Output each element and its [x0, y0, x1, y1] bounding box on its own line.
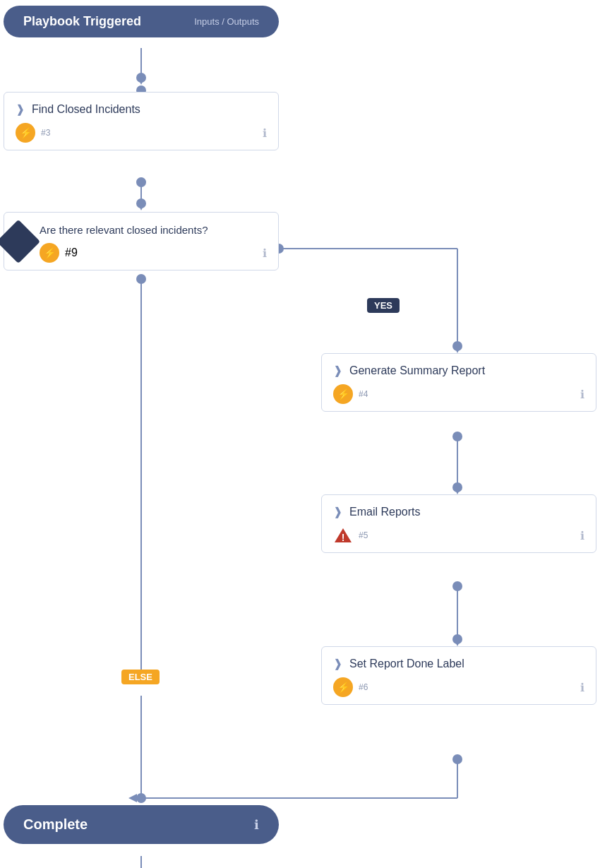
email-reports-title: Email Reports — [349, 506, 420, 518]
info-icon-complete[interactable]: ℹ — [254, 817, 259, 833]
svg-marker-3 — [137, 202, 145, 210]
svg-point-23 — [452, 634, 462, 644]
svg-point-28 — [136, 73, 146, 83]
chevron-icon-5: ❱ — [333, 657, 342, 670]
svg-point-17 — [136, 274, 146, 284]
svg-text:!: ! — [342, 532, 345, 543]
svg-point-30 — [136, 177, 146, 187]
svg-marker-13 — [128, 794, 137, 802]
info-icon-5[interactable]: ℹ — [580, 681, 584, 694]
set-report-done-node: ❱ Set Report Done Label ⚡ #6 ℹ — [321, 646, 596, 705]
svg-point-22 — [452, 581, 462, 591]
chevron-icon-4: ❱ — [333, 505, 342, 518]
svg-marker-8 — [453, 486, 462, 494]
condition-title: Are there relevant closed incidents? — [40, 224, 208, 236]
svg-point-20 — [452, 432, 462, 441]
task-id-5: #6 — [359, 682, 368, 692]
task-id-2: #9 — [65, 246, 78, 259]
else-badge: ELSE — [121, 670, 160, 684]
set-report-done-title: Set Report Done Label — [349, 658, 464, 670]
generate-summary-title: Generate Summary Report — [349, 364, 485, 377]
info-icon-3[interactable]: ℹ — [580, 388, 584, 401]
trigger-node: Playbook Triggered Inputs / Outputs — [4, 6, 279, 37]
inputs-outputs-link[interactable]: Inputs / Outputs — [194, 16, 259, 27]
svg-point-25 — [136, 793, 146, 803]
task-id-4: #5 — [359, 530, 368, 540]
svg-marker-6 — [453, 345, 462, 353]
warning-icon: ! — [333, 525, 353, 545]
svg-point-24 — [452, 754, 462, 764]
find-closed-node: ❱ Find Closed Incidents ⚡ #3 ℹ — [4, 92, 279, 150]
svg-marker-1 — [137, 76, 145, 85]
complete-title: Complete — [23, 816, 88, 833]
lightning-icon-2: ⚡ — [40, 243, 59, 263]
svg-point-19 — [452, 341, 462, 351]
lightning-icon-1: ⚡ — [16, 123, 35, 143]
generate-summary-node: ❱ Generate Summary Report ⚡ #4 ℹ — [321, 353, 596, 412]
info-icon-4[interactable]: ℹ — [580, 529, 584, 542]
svg-marker-10 — [453, 638, 462, 646]
svg-point-21 — [452, 482, 462, 492]
condition-diamond — [0, 219, 40, 263]
lightning-icon-5: ⚡ — [333, 677, 353, 697]
chevron-icon-3: ❱ — [333, 364, 342, 377]
info-icon-2[interactable]: ℹ — [263, 246, 267, 260]
chevron-icon: ❱ — [16, 102, 25, 116]
svg-point-31 — [136, 198, 146, 208]
condition-node: Are there relevant closed incidents? ⚡ #… — [4, 212, 279, 270]
task-id-1: #3 — [41, 128, 50, 138]
yes-badge: YES — [367, 298, 400, 313]
task-id-3: #4 — [359, 389, 368, 399]
info-icon-1[interactable]: ℹ — [263, 126, 267, 140]
lightning-icon-3: ⚡ — [333, 384, 353, 404]
email-reports-node: ❱ Email Reports ! #5 ℹ — [321, 494, 596, 553]
complete-node: Complete ℹ — [4, 805, 279, 844]
find-closed-title: Find Closed Incidents — [32, 103, 140, 116]
trigger-title: Playbook Triggered — [23, 14, 141, 29]
